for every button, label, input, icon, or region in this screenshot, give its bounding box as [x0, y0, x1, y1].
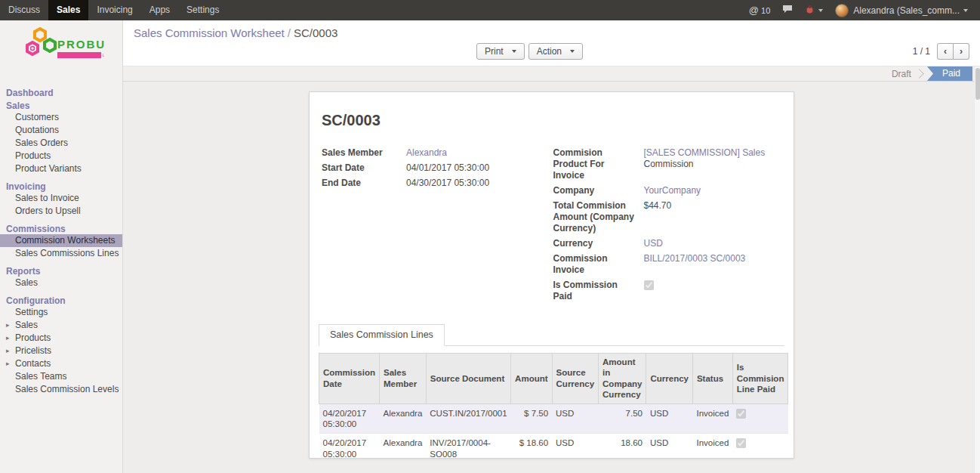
- currency-link[interactable]: USD: [644, 238, 663, 249]
- menu-apps[interactable]: Apps: [141, 0, 178, 20]
- form-field-groups: Sales Member Alexandra Start Date 04/01/…: [319, 147, 784, 306]
- sidebar-item-quotations[interactable]: Quotations: [0, 124, 122, 137]
- sidebar-item-label: Sales: [15, 320, 38, 330]
- menu-invoicing[interactable]: Invoicing: [88, 0, 140, 20]
- company-label: Company: [553, 185, 644, 196]
- debug-menu[interactable]: [799, 0, 829, 20]
- cell-date: 04/20/2017 05:30:00: [319, 403, 380, 434]
- sidebar-item-products[interactable]: Products: [0, 150, 122, 162]
- commission-product-continuation: Commission: [644, 159, 766, 170]
- is-commission-paid-checkbox[interactable]: [644, 280, 654, 290]
- sidebar-item-sales-orders[interactable]: Sales Orders: [0, 137, 122, 150]
- sidebar-heading-configuration[interactable]: Configuration: [0, 296, 122, 306]
- activity-menu[interactable]: @ 10: [743, 0, 776, 20]
- cell-source-currency: USD: [552, 403, 599, 434]
- sidebar-heading-commissions[interactable]: Commissions: [0, 224, 122, 234]
- sidebar-item-pricelists[interactable]: ▸Pricelists: [0, 345, 122, 357]
- company-link[interactable]: YourCompany: [644, 185, 701, 196]
- scrollbar-thumb[interactable]: [975, 68, 980, 100]
- cell-amount-company: 18.60: [599, 434, 646, 459]
- cell-line-paid: [732, 403, 788, 434]
- col-header-currency[interactable]: Currency: [646, 354, 693, 404]
- expand-arrow-icon: ▸: [6, 319, 10, 332]
- commission-lines-table: Commission Date Sales Member Source Docu…: [319, 353, 788, 459]
- print-button-label: Print: [485, 46, 504, 57]
- sidebar-item-product-variants[interactable]: Product Variants: [0, 162, 122, 175]
- cell-source: INV/2017/0004-SO008: [426, 434, 510, 459]
- sidebar-heading-reports[interactable]: Reports: [0, 267, 122, 277]
- sidebar-heading-sales[interactable]: Sales: [0, 101, 122, 111]
- sidebar-item-sales-teams[interactable]: Sales Teams: [0, 370, 122, 383]
- form-view-container: SC/0003 Sales Member Alexandra Start Dat…: [123, 82, 980, 473]
- sidebar-item-config-products[interactable]: ▸Products: [0, 332, 122, 345]
- statusbar: Draft Paid: [123, 66, 980, 82]
- table-row[interactable]: 04/20/2017 05:30:00 Alexandra CUST.IN/20…: [319, 403, 788, 434]
- cell-amount-company: 7.50: [599, 403, 646, 434]
- cell-amount: $ 18.60: [511, 434, 552, 459]
- menu-sales[interactable]: Sales: [48, 0, 88, 20]
- user-menu[interactable]: Alexandra (Sales_comm...: [829, 0, 974, 20]
- breadcrumb-parent-link[interactable]: Sales Commission Worksheet: [134, 26, 285, 39]
- status-draft[interactable]: Draft: [884, 69, 919, 79]
- col-header-status[interactable]: Status: [692, 354, 732, 404]
- col-header-sales-member[interactable]: Sales Member: [380, 354, 427, 404]
- field-group-right: Commision Product For Invoice [SALES COM…: [553, 147, 785, 306]
- col-header-commission-date[interactable]: Commission Date: [319, 354, 380, 404]
- messages-menu[interactable]: [776, 0, 799, 20]
- col-header-amount[interactable]: Amount: [511, 354, 552, 404]
- sidebar-item-customers[interactable]: Customers: [0, 111, 122, 124]
- sidebar-item-sales-to-invoice[interactable]: Sales to Invoice: [0, 192, 122, 205]
- commission-product-label: Commision Product For Invoice: [553, 147, 644, 181]
- menu-settings[interactable]: Settings: [178, 0, 227, 20]
- table-row[interactable]: 04/20/2017 05:30:00 Alexandra INV/2017/0…: [319, 434, 788, 459]
- cell-source: CUST.IN/2017/0001: [426, 403, 510, 434]
- chevron-down-icon: [512, 50, 516, 53]
- probuse-logo: PROBUSE PROFESSIONAL BUSINESS: [0, 20, 122, 79]
- breadcrumb-separator: /: [285, 26, 294, 39]
- sidebar-item-reports-sales[interactable]: Sales: [0, 277, 122, 289]
- breadcrumb: Sales Commission Worksheet/SC/0003: [123, 20, 980, 41]
- mention-icon: @: [749, 5, 759, 16]
- chevron-down-icon: [818, 9, 823, 12]
- activity-count: 10: [761, 6, 770, 15]
- sidebar-item-sales-commissions-lines[interactable]: Sales Commissions Lines: [0, 247, 122, 260]
- line-paid-checkbox[interactable]: [736, 409, 746, 419]
- app-menus: Discuss Sales Invoicing Apps Settings: [0, 0, 227, 20]
- sidebar-item-sales-commission-levels[interactable]: Sales Commission Levels: [0, 383, 122, 396]
- sidebar-heading-invoicing[interactable]: Invoicing: [0, 182, 122, 192]
- sidebar-item-config-sales[interactable]: ▸Sales: [0, 319, 122, 332]
- status-paid[interactable]: Paid: [927, 66, 972, 81]
- sidebar-heading-dashboard[interactable]: Dashboard: [0, 88, 122, 98]
- breadcrumb-current: SC/0003: [294, 26, 337, 39]
- user-name: Alexandra (Sales_comm...: [853, 5, 960, 16]
- action-button[interactable]: Action: [529, 43, 583, 60]
- sidebar-nav: Dashboard Sales Customers Quotations Sal…: [0, 79, 122, 396]
- col-header-source-document[interactable]: Source Document: [426, 354, 510, 404]
- pager-prev-button[interactable]: ‹: [937, 43, 954, 60]
- start-date-value: 04/01/2017 05:30:00: [406, 162, 489, 174]
- col-header-amount-company-currency[interactable]: Amount in Company Currency: [599, 354, 646, 404]
- expand-arrow-icon: ▸: [6, 332, 10, 345]
- sidebar-item-orders-to-upsell[interactable]: Orders to Upsell: [0, 205, 122, 218]
- print-button[interactable]: Print: [476, 43, 525, 60]
- commission-invoice-link[interactable]: BILL/2017/0003 SC/0003: [644, 253, 746, 276]
- col-header-source-currency[interactable]: Source Currency: [552, 354, 599, 404]
- col-header-is-commission-line-paid[interactable]: Is Commision Line Paid: [732, 354, 788, 404]
- sidebar-item-commission-worksheets[interactable]: Commission Worksheets: [0, 234, 122, 247]
- cell-source-currency: USD: [552, 434, 599, 459]
- sidebar-item-settings[interactable]: Settings: [0, 306, 122, 319]
- line-paid-checkbox[interactable]: [736, 438, 746, 448]
- chevron-down-icon: [963, 9, 968, 12]
- menu-discuss[interactable]: Discuss: [0, 0, 48, 20]
- sidebar-item-contacts[interactable]: ▸Contacts: [0, 357, 122, 370]
- tab-sales-commission-lines[interactable]: Sales Commission Lines: [319, 324, 445, 346]
- vertical-scrollbar[interactable]: [974, 66, 980, 473]
- commission-product-link[interactable]: [SALES COMMISSION] Sales: [644, 147, 766, 158]
- sales-member-link[interactable]: Alexandra: [406, 147, 447, 159]
- cell-status: Invoiced: [692, 403, 732, 434]
- pager-next-button[interactable]: ›: [954, 43, 969, 60]
- cell-member: Alexandra: [380, 403, 427, 434]
- cell-status: Invoiced: [692, 434, 732, 459]
- sidebar-item-label: Contacts: [15, 358, 51, 369]
- cell-currency: USD: [646, 403, 693, 434]
